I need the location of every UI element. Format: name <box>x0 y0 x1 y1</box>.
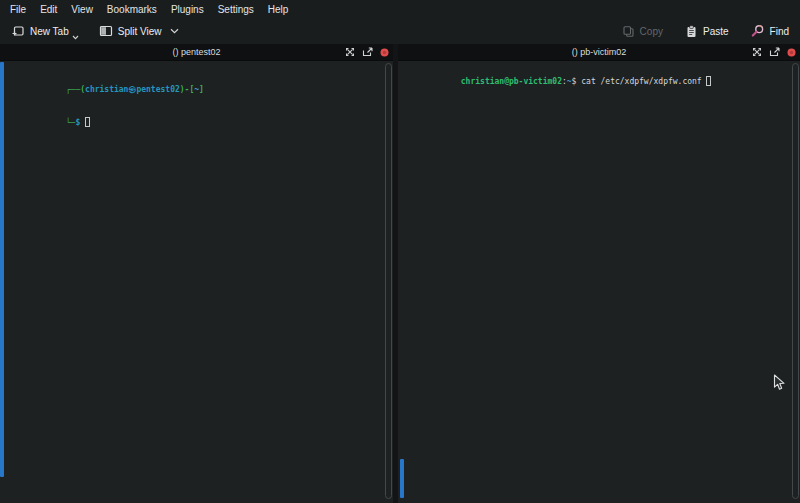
prompt-user: christian <box>85 85 128 94</box>
prompt-frame-close: ] <box>199 85 204 94</box>
left-view-header[interactable]: () pentest02 <box>0 44 393 61</box>
right-terminal-text: christian@pb-victim02:~$ cat /etc/xdpfw/… <box>398 61 800 98</box>
prompt-user-host: christian@pb-victim02 <box>461 77 562 86</box>
toolbar: New Tab Split View <box>0 18 800 44</box>
pane-pb-victim02: () pb-victim02 <box>398 44 800 503</box>
close-view-button[interactable] <box>380 48 389 57</box>
menu-view[interactable]: View <box>64 2 100 17</box>
new-tab-icon <box>11 24 25 38</box>
new-tab-button[interactable]: New Tab <box>6 21 84 41</box>
split-container: () pentest02 <box>0 44 800 503</box>
detach-view-icon[interactable] <box>362 47 373 57</box>
pane-pentest02: () pentest02 <box>0 44 393 503</box>
menubar: File Edit View Bookmarks Plugins Setting… <box>0 0 800 18</box>
find-label: Find <box>770 26 789 37</box>
menu-file[interactable]: File <box>3 2 33 17</box>
terminal-pb-victim02[interactable]: christian@pb-victim02:~$ cat /etc/xdpfw/… <box>398 61 800 503</box>
paste-label: Paste <box>703 26 729 37</box>
mouse-cursor <box>773 374 786 395</box>
find-icon <box>751 24 765 38</box>
prompt-frame-mid: )-[ <box>180 85 194 94</box>
copy-label: Copy <box>640 26 663 37</box>
right-view-title: () pb-victim02 <box>572 47 627 57</box>
maximize-view-icon[interactable] <box>345 47 355 57</box>
left-view-title: () pentest02 <box>172 47 220 57</box>
left-scrollbar[interactable] <box>385 63 392 499</box>
copy-button[interactable]: Copy <box>617 22 668 41</box>
close-view-button[interactable] <box>787 48 796 57</box>
right-scroll-indicator[interactable] <box>400 459 404 498</box>
prompt-host: pentest02 <box>136 85 179 94</box>
menu-settings[interactable]: Settings <box>211 2 261 17</box>
terminal-cursor <box>85 117 90 127</box>
command-text: cat /etc/xdpfw/xdpfw.conf <box>576 77 706 86</box>
chevron-down-icon[interactable] <box>170 28 179 34</box>
split-view-icon <box>99 24 113 38</box>
new-tab-label: New Tab <box>30 26 69 37</box>
detach-view-icon[interactable] <box>769 47 780 57</box>
terminal-cursor <box>706 76 711 86</box>
right-scrollbar[interactable] <box>792 63 799 499</box>
menu-bookmarks[interactable]: Bookmarks <box>100 2 164 17</box>
right-view-header[interactable]: () pb-victim02 <box>398 44 800 61</box>
prompt-frame-open: ┌──( <box>66 85 85 94</box>
menu-edit[interactable]: Edit <box>33 2 64 17</box>
new-tab-dropdown-arrow-icon[interactable] <box>72 35 79 40</box>
copy-icon <box>622 25 635 38</box>
find-button[interactable]: Find <box>746 21 794 41</box>
prompt-char: $ <box>75 118 80 127</box>
paste-icon <box>685 25 698 38</box>
left-terminal-text: ┌──(christian㉿pentest02)-[~] └─$ <box>0 61 393 139</box>
split-view-label: Split View <box>118 26 162 37</box>
menu-plugins[interactable]: Plugins <box>164 2 211 17</box>
konsole-window: File Edit View Bookmarks Plugins Setting… <box>0 0 800 503</box>
prompt-frame-bottom: └─ <box>66 118 76 127</box>
terminal-pentest02[interactable]: ┌──(christian㉿pentest02)-[~] └─$ <box>0 61 393 503</box>
split-view-button[interactable]: Split View <box>94 21 185 41</box>
maximize-view-icon[interactable] <box>752 47 762 57</box>
menu-help[interactable]: Help <box>261 2 296 17</box>
paste-button[interactable]: Paste <box>680 22 734 41</box>
